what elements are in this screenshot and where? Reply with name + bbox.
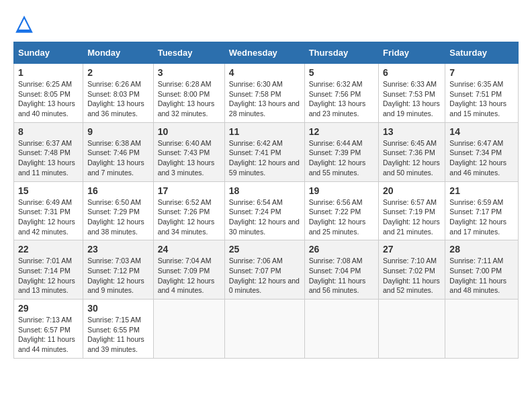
day-number: 16 — [87, 185, 149, 196]
calendar-cell — [304, 300, 378, 359]
day-info: Sunrise: 6:33 AMSunset: 7:53 PMDaylight:… — [383, 80, 440, 118]
day-number: 20 — [383, 185, 441, 196]
calendar-table: SundayMondayTuesdayWednesdayThursdayFrid… — [13, 42, 519, 359]
day-number: 18 — [229, 185, 300, 196]
header-saturday: Saturday — [445, 42, 519, 64]
day-info: Sunrise: 6:35 AMSunset: 7:51 PMDaylight:… — [449, 80, 506, 118]
day-info: Sunrise: 6:28 AMSunset: 8:00 PMDaylight:… — [158, 80, 215, 118]
day-number: 22 — [18, 244, 79, 255]
calendar-cell: 8 Sunrise: 6:37 AMSunset: 7:48 PMDayligh… — [14, 122, 83, 181]
calendar-cell: 29 Sunrise: 7:13 AMSunset: 6:57 PMDaylig… — [14, 300, 83, 359]
header-wednesday: Wednesday — [224, 42, 304, 64]
calendar-cell: 3 Sunrise: 6:28 AMSunset: 8:00 PMDayligh… — [153, 64, 224, 123]
day-info: Sunrise: 6:32 AMSunset: 7:56 PMDaylight:… — [309, 80, 366, 118]
calendar-week-row: 22 Sunrise: 7:01 AMSunset: 7:14 PMDaylig… — [14, 240, 519, 300]
day-info: Sunrise: 7:08 AMSunset: 7:04 PMDaylight:… — [309, 257, 366, 294]
calendar-cell: 16 Sunrise: 6:50 AMSunset: 7:29 PMDaylig… — [83, 181, 154, 240]
calendar-cell — [379, 300, 445, 359]
calendar-cell: 14 Sunrise: 6:47 AMSunset: 7:34 PMDaylig… — [445, 122, 519, 181]
calendar-week-row: 1 Sunrise: 6:25 AMSunset: 8:05 PMDayligh… — [14, 64, 519, 123]
day-info: Sunrise: 6:44 AMSunset: 7:39 PMDaylight:… — [309, 139, 366, 177]
calendar-cell: 25 Sunrise: 7:06 AMSunset: 7:07 PMDaylig… — [224, 240, 304, 300]
calendar-cell: 20 Sunrise: 6:57 AMSunset: 7:19 PMDaylig… — [379, 181, 445, 240]
day-info: Sunrise: 6:47 AMSunset: 7:34 PMDaylight:… — [449, 139, 506, 177]
day-info: Sunrise: 6:56 AMSunset: 7:22 PMDaylight:… — [309, 198, 366, 236]
day-info: Sunrise: 6:57 AMSunset: 7:19 PMDaylight:… — [383, 198, 440, 236]
day-info: Sunrise: 7:01 AMSunset: 7:14 PMDaylight:… — [18, 257, 75, 294]
day-number: 9 — [87, 126, 149, 137]
day-info: Sunrise: 6:45 AMSunset: 7:36 PMDaylight:… — [383, 139, 440, 177]
day-number: 24 — [158, 244, 220, 255]
page-header — [13, 13, 519, 35]
day-number: 6 — [383, 67, 441, 78]
day-info: Sunrise: 7:04 AMSunset: 7:09 PMDaylight:… — [158, 257, 215, 294]
calendar-header-row: SundayMondayTuesdayWednesdayThursdayFrid… — [14, 42, 519, 64]
day-number: 3 — [158, 67, 220, 78]
day-info: Sunrise: 7:13 AMSunset: 6:57 PMDaylight:… — [18, 316, 75, 353]
day-number: 28 — [449, 244, 514, 255]
calendar-cell: 24 Sunrise: 7:04 AMSunset: 7:09 PMDaylig… — [153, 240, 224, 300]
calendar-cell: 17 Sunrise: 6:52 AMSunset: 7:26 PMDaylig… — [153, 181, 224, 240]
calendar-week-row: 15 Sunrise: 6:49 AMSunset: 7:31 PMDaylig… — [14, 181, 519, 240]
day-info: Sunrise: 6:30 AMSunset: 7:58 PMDaylight:… — [229, 80, 300, 118]
day-info: Sunrise: 6:52 AMSunset: 7:26 PMDaylight:… — [158, 198, 215, 236]
calendar-cell: 12 Sunrise: 6:44 AMSunset: 7:39 PMDaylig… — [304, 122, 378, 181]
day-number: 5 — [309, 67, 374, 78]
day-number: 13 — [383, 126, 441, 137]
calendar-week-row: 8 Sunrise: 6:37 AMSunset: 7:48 PMDayligh… — [14, 122, 519, 181]
calendar-cell: 21 Sunrise: 6:59 AMSunset: 7:17 PMDaylig… — [445, 181, 519, 240]
day-number: 25 — [229, 244, 300, 255]
calendar-cell: 15 Sunrise: 6:49 AMSunset: 7:31 PMDaylig… — [14, 181, 83, 240]
calendar-cell — [224, 300, 304, 359]
calendar-cell: 1 Sunrise: 6:25 AMSunset: 8:05 PMDayligh… — [14, 64, 83, 123]
calendar-cell: 26 Sunrise: 7:08 AMSunset: 7:04 PMDaylig… — [304, 240, 378, 300]
day-info: Sunrise: 7:11 AMSunset: 7:00 PMDaylight:… — [449, 257, 506, 294]
day-number: 27 — [383, 244, 441, 255]
day-number: 8 — [18, 126, 79, 137]
day-number: 1 — [18, 67, 79, 78]
calendar-cell: 2 Sunrise: 6:26 AMSunset: 8:03 PMDayligh… — [83, 64, 154, 123]
day-number: 4 — [229, 67, 300, 78]
day-number: 29 — [18, 303, 79, 314]
calendar-cell: 5 Sunrise: 6:32 AMSunset: 7:56 PMDayligh… — [304, 64, 378, 123]
day-info: Sunrise: 7:15 AMSunset: 6:55 PMDaylight:… — [87, 316, 144, 353]
calendar-week-row: 29 Sunrise: 7:13 AMSunset: 6:57 PMDaylig… — [14, 300, 519, 359]
header-monday: Monday — [83, 42, 154, 64]
day-number: 21 — [449, 185, 514, 196]
calendar-cell: 27 Sunrise: 7:10 AMSunset: 7:02 PMDaylig… — [379, 240, 445, 300]
day-info: Sunrise: 6:54 AMSunset: 7:24 PMDaylight:… — [229, 198, 300, 236]
logo — [13, 13, 38, 35]
calendar-cell: 9 Sunrise: 6:38 AMSunset: 7:46 PMDayligh… — [83, 122, 154, 181]
logo-icon — [13, 13, 35, 35]
day-info: Sunrise: 6:26 AMSunset: 8:03 PMDaylight:… — [87, 80, 144, 118]
day-info: Sunrise: 7:06 AMSunset: 7:07 PMDaylight:… — [229, 257, 300, 294]
calendar-cell — [445, 300, 519, 359]
calendar-cell: 7 Sunrise: 6:35 AMSunset: 7:51 PMDayligh… — [445, 64, 519, 123]
calendar-cell: 22 Sunrise: 7:01 AMSunset: 7:14 PMDaylig… — [14, 240, 83, 300]
day-info: Sunrise: 6:37 AMSunset: 7:48 PMDaylight:… — [18, 139, 75, 177]
day-number: 17 — [158, 185, 220, 196]
calendar-cell: 28 Sunrise: 7:11 AMSunset: 7:00 PMDaylig… — [445, 240, 519, 300]
header-friday: Friday — [379, 42, 445, 64]
header-tuesday: Tuesday — [153, 42, 224, 64]
day-info: Sunrise: 7:03 AMSunset: 7:12 PMDaylight:… — [87, 257, 144, 294]
calendar-cell: 18 Sunrise: 6:54 AMSunset: 7:24 PMDaylig… — [224, 181, 304, 240]
header-thursday: Thursday — [304, 42, 378, 64]
calendar-cell: 30 Sunrise: 7:15 AMSunset: 6:55 PMDaylig… — [83, 300, 154, 359]
day-info: Sunrise: 6:40 AMSunset: 7:43 PMDaylight:… — [158, 139, 215, 177]
day-number: 12 — [309, 126, 374, 137]
day-number: 11 — [229, 126, 300, 137]
day-number: 14 — [449, 126, 514, 137]
calendar-cell: 19 Sunrise: 6:56 AMSunset: 7:22 PMDaylig… — [304, 181, 378, 240]
day-number: 26 — [309, 244, 374, 255]
day-info: Sunrise: 6:38 AMSunset: 7:46 PMDaylight:… — [87, 139, 144, 177]
header-sunday: Sunday — [14, 42, 83, 64]
day-number: 19 — [309, 185, 374, 196]
calendar-cell: 13 Sunrise: 6:45 AMSunset: 7:36 PMDaylig… — [379, 122, 445, 181]
day-info: Sunrise: 6:42 AMSunset: 7:41 PMDaylight:… — [229, 139, 300, 177]
day-number: 30 — [87, 303, 149, 314]
day-info: Sunrise: 6:49 AMSunset: 7:31 PMDaylight:… — [18, 198, 75, 236]
day-number: 7 — [449, 67, 514, 78]
calendar-cell: 4 Sunrise: 6:30 AMSunset: 7:58 PMDayligh… — [224, 64, 304, 123]
calendar-cell: 10 Sunrise: 6:40 AMSunset: 7:43 PMDaylig… — [153, 122, 224, 181]
